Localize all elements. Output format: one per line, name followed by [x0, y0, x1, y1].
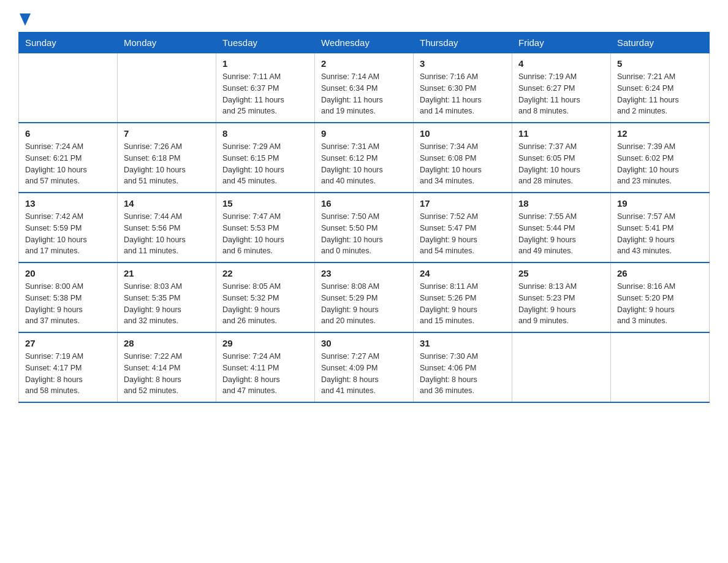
day-info: Sunrise: 7:34 AM Sunset: 6:08 PM Dayligh… [420, 141, 506, 187]
day-info: Sunrise: 7:21 AM Sunset: 6:24 PM Dayligh… [617, 71, 703, 117]
day-number: 7 [124, 128, 210, 139]
day-info: Sunrise: 7:26 AM Sunset: 6:18 PM Dayligh… [124, 141, 210, 187]
calendar-cell: 25Sunrise: 8:13 AM Sunset: 5:23 PM Dayli… [512, 262, 611, 332]
calendar-cell: 8Sunrise: 7:29 AM Sunset: 6:15 PM Daylig… [216, 123, 315, 193]
day-info: Sunrise: 7:24 AM Sunset: 4:11 PM Dayligh… [222, 351, 308, 397]
day-info: Sunrise: 7:14 AM Sunset: 6:34 PM Dayligh… [321, 71, 407, 117]
calendar-week-row: 13Sunrise: 7:42 AM Sunset: 5:59 PM Dayli… [19, 193, 710, 262]
calendar-header-row: SundayMondayTuesdayWednesdayThursdayFrid… [19, 33, 710, 53]
day-info: Sunrise: 7:16 AM Sunset: 6:30 PM Dayligh… [420, 71, 506, 117]
day-number: 18 [518, 198, 604, 209]
day-number: 25 [518, 268, 604, 278]
calendar-cell: 19Sunrise: 7:57 AM Sunset: 5:41 PM Dayli… [611, 193, 710, 262]
calendar-cell: 18Sunrise: 7:55 AM Sunset: 5:44 PM Dayli… [512, 193, 611, 262]
calendar-cell: 22Sunrise: 8:05 AM Sunset: 5:32 PM Dayli… [216, 262, 315, 332]
calendar-cell: 12Sunrise: 7:39 AM Sunset: 6:02 PM Dayli… [611, 123, 710, 193]
calendar-cell: 16Sunrise: 7:50 AM Sunset: 5:50 PM Dayli… [315, 193, 414, 262]
day-number: 28 [124, 338, 210, 348]
calendar-cell: 3Sunrise: 7:16 AM Sunset: 6:30 PM Daylig… [414, 53, 512, 123]
day-info: Sunrise: 8:08 AM Sunset: 5:29 PM Dayligh… [321, 281, 407, 327]
calendar-cell: 27Sunrise: 7:19 AM Sunset: 4:17 PM Dayli… [19, 332, 118, 402]
day-info: Sunrise: 7:57 AM Sunset: 5:41 PM Dayligh… [617, 211, 703, 257]
day-info: Sunrise: 8:05 AM Sunset: 5:32 PM Dayligh… [222, 281, 308, 327]
calendar-day-header: Thursday [414, 33, 512, 53]
calendar-day-header: Monday [118, 33, 216, 53]
calendar-cell: 20Sunrise: 8:00 AM Sunset: 5:38 PM Dayli… [19, 262, 118, 332]
calendar-week-row: 20Sunrise: 8:00 AM Sunset: 5:38 PM Dayli… [19, 262, 710, 332]
day-info: Sunrise: 7:24 AM Sunset: 6:21 PM Dayligh… [25, 141, 111, 187]
calendar-cell: 9Sunrise: 7:31 AM Sunset: 6:12 PM Daylig… [315, 123, 414, 193]
day-info: Sunrise: 8:00 AM Sunset: 5:38 PM Dayligh… [25, 281, 111, 327]
calendar-cell: 10Sunrise: 7:34 AM Sunset: 6:08 PM Dayli… [414, 123, 512, 193]
day-info: Sunrise: 8:16 AM Sunset: 5:20 PM Dayligh… [617, 281, 703, 327]
day-info: Sunrise: 7:11 AM Sunset: 6:37 PM Dayligh… [222, 71, 308, 117]
day-number: 26 [617, 268, 703, 278]
calendar-week-row: 6Sunrise: 7:24 AM Sunset: 6:21 PM Daylig… [19, 123, 710, 193]
calendar-cell: 28Sunrise: 7:22 AM Sunset: 4:14 PM Dayli… [118, 332, 216, 402]
calendar-day-header: Sunday [19, 33, 118, 53]
calendar-cell [118, 53, 216, 123]
logo-arrow-icon [20, 13, 31, 26]
calendar-cell: 26Sunrise: 8:16 AM Sunset: 5:20 PM Dayli… [611, 262, 710, 332]
day-number: 12 [617, 128, 703, 139]
day-info: Sunrise: 8:03 AM Sunset: 5:35 PM Dayligh… [124, 281, 210, 327]
calendar-day-header: Wednesday [315, 33, 414, 53]
calendar-week-row: 27Sunrise: 7:19 AM Sunset: 4:17 PM Dayli… [19, 332, 710, 402]
day-info: Sunrise: 7:39 AM Sunset: 6:02 PM Dayligh… [617, 141, 703, 187]
day-number: 21 [124, 268, 210, 278]
day-number: 2 [321, 58, 407, 69]
day-info: Sunrise: 7:42 AM Sunset: 5:59 PM Dayligh… [25, 211, 111, 257]
day-number: 1 [222, 58, 308, 69]
day-number: 9 [321, 128, 407, 139]
day-number: 6 [25, 128, 111, 139]
day-number: 19 [617, 198, 703, 209]
day-number: 8 [222, 128, 308, 139]
calendar-day-header: Tuesday [216, 33, 315, 53]
calendar-cell: 23Sunrise: 8:08 AM Sunset: 5:29 PM Dayli… [315, 262, 414, 332]
day-number: 5 [617, 58, 703, 69]
calendar-cell [512, 332, 611, 402]
day-number: 11 [518, 128, 604, 139]
calendar-cell: 1Sunrise: 7:11 AM Sunset: 6:37 PM Daylig… [216, 53, 315, 123]
day-number: 15 [222, 198, 308, 209]
day-number: 16 [321, 198, 407, 209]
day-number: 14 [124, 198, 210, 209]
day-info: Sunrise: 7:30 AM Sunset: 4:06 PM Dayligh… [420, 351, 506, 397]
calendar-cell [611, 332, 710, 402]
calendar-cell: 5Sunrise: 7:21 AM Sunset: 6:24 PM Daylig… [611, 53, 710, 123]
day-number: 20 [25, 268, 111, 278]
svg-marker-0 [20, 13, 31, 26]
day-info: Sunrise: 7:47 AM Sunset: 5:53 PM Dayligh… [222, 211, 308, 257]
calendar-table: SundayMondayTuesdayWednesdayThursdayFrid… [18, 32, 710, 403]
calendar-cell: 7Sunrise: 7:26 AM Sunset: 6:18 PM Daylig… [118, 123, 216, 193]
calendar-cell: 11Sunrise: 7:37 AM Sunset: 6:05 PM Dayli… [512, 123, 611, 193]
day-number: 4 [518, 58, 604, 69]
day-info: Sunrise: 7:22 AM Sunset: 4:14 PM Dayligh… [124, 351, 210, 397]
day-number: 13 [25, 198, 111, 209]
day-info: Sunrise: 7:29 AM Sunset: 6:15 PM Dayligh… [222, 141, 308, 187]
day-info: Sunrise: 7:19 AM Sunset: 6:27 PM Dayligh… [518, 71, 604, 117]
calendar-cell: 21Sunrise: 8:03 AM Sunset: 5:35 PM Dayli… [118, 262, 216, 332]
day-number: 31 [420, 338, 506, 348]
calendar-cell: 14Sunrise: 7:44 AM Sunset: 5:56 PM Dayli… [118, 193, 216, 262]
day-info: Sunrise: 7:19 AM Sunset: 4:17 PM Dayligh… [25, 351, 111, 397]
day-info: Sunrise: 7:31 AM Sunset: 6:12 PM Dayligh… [321, 141, 407, 187]
day-number: 10 [420, 128, 506, 139]
day-number: 3 [420, 58, 506, 69]
day-info: Sunrise: 7:55 AM Sunset: 5:44 PM Dayligh… [518, 211, 604, 257]
calendar-cell: 2Sunrise: 7:14 AM Sunset: 6:34 PM Daylig… [315, 53, 414, 123]
calendar-cell: 13Sunrise: 7:42 AM Sunset: 5:59 PM Dayli… [19, 193, 118, 262]
day-info: Sunrise: 7:52 AM Sunset: 5:47 PM Dayligh… [420, 211, 506, 257]
calendar-day-header: Saturday [611, 33, 710, 53]
day-number: 23 [321, 268, 407, 278]
calendar-cell: 6Sunrise: 7:24 AM Sunset: 6:21 PM Daylig… [19, 123, 118, 193]
day-info: Sunrise: 8:13 AM Sunset: 5:23 PM Dayligh… [518, 281, 604, 327]
calendar-cell: 30Sunrise: 7:27 AM Sunset: 4:09 PM Dayli… [315, 332, 414, 402]
day-info: Sunrise: 8:11 AM Sunset: 5:26 PM Dayligh… [420, 281, 506, 327]
day-number: 27 [25, 338, 111, 348]
day-number: 29 [222, 338, 308, 348]
calendar-cell: 17Sunrise: 7:52 AM Sunset: 5:47 PM Dayli… [414, 193, 512, 262]
calendar-cell: 29Sunrise: 7:24 AM Sunset: 4:11 PM Dayli… [216, 332, 315, 402]
day-info: Sunrise: 7:44 AM Sunset: 5:56 PM Dayligh… [124, 211, 210, 257]
logo [18, 12, 31, 26]
